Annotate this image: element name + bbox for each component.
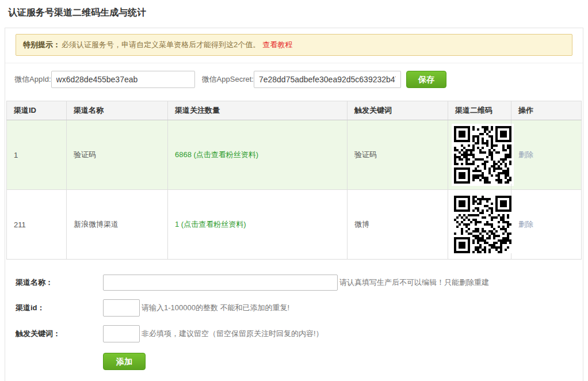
column-header: 操作 (511, 101, 582, 120)
column-header: 渠道名称 (67, 101, 168, 120)
page-title: 认证服务号渠道二维码生成与统计 (8, 7, 588, 19)
view-tutorial-link[interactable]: 查看教程 (262, 40, 292, 49)
channel-table: 渠道ID渠道名称渠道关注数量触发关键词渠道二维码操作 1验证码6868 (点击查… (6, 101, 582, 260)
notice-box: 特别提示：必须认证服务号，申请自定义菜单资格后才能得到这2个值。查看教程 (16, 34, 572, 56)
channel-id-input[interactable] (103, 299, 140, 317)
notice-section: 特别提示：必须认证服务号，申请自定义菜单资格后才能得到这2个值。查看教程 (5, 28, 583, 63)
column-header: 渠道ID (7, 101, 67, 120)
channel-qr-cell (448, 120, 511, 190)
appsecret-input[interactable] (254, 71, 401, 88)
channel-id-cell: 1 (7, 120, 67, 190)
notice-label: 特别提示： (23, 40, 60, 49)
channel-table-body: 1验证码6868 (点击查看粉丝资料)验证码删除211新浪微博渠道1 (点击查看… (7, 120, 582, 260)
credentials-form: 微信AppId: 微信AppSecret: 保存 (5, 63, 583, 96)
trigger-keyword-row: 触发关键词： 非必填项，建议留空（留空保留原关注时回复的内容!） (16, 325, 583, 342)
add-channel-form: 渠道名称： 请认真填写生产后不可以编辑！只能删除重建 渠道id： 请输入1-10… (16, 275, 583, 370)
page: 认证服务号渠道二维码生成与统计 特别提示：必须认证服务号，申请自定义菜单资格后才… (0, 7, 588, 381)
table-header-row: 渠道ID渠道名称渠道关注数量触发关键词渠道二维码操作 (7, 101, 582, 120)
trigger-keyword-label: 触发关键词： (16, 329, 103, 339)
channel-name-label: 渠道名称： (16, 277, 103, 288)
table-row: 211新浪微博渠道1 (点击查看粉丝资料)微博删除 (7, 190, 582, 260)
view-fans-link[interactable]: 6868 (点击查看粉丝资料) (175, 150, 258, 159)
channel-table-head: 渠道ID渠道名称渠道关注数量触发关键词渠道二维码操作 (7, 101, 582, 120)
channel-id-row: 渠道id： 请输入1-100000的整数 不能和已添加的重复! (16, 299, 583, 317)
trigger-keyword-cell: 微博 (348, 190, 448, 260)
trigger-keyword-hint: 非必填项，建议留空（留空保留原关注时回复的内容!） (142, 329, 323, 339)
trigger-keyword-cell: 验证码 (348, 120, 448, 190)
appsecret-label: 微信AppSecret: (202, 74, 254, 85)
add-button-row: 添加 (16, 353, 583, 370)
channel-qr-code (452, 124, 514, 186)
action-cell: 删除 (511, 190, 582, 260)
channel-id-label: 渠道id： (16, 303, 103, 313)
delete-link[interactable]: 删除 (518, 150, 533, 159)
action-cell: 删除 (511, 120, 582, 190)
trigger-keyword-input[interactable] (103, 325, 140, 342)
channel-name-hint: 请认真填写生产后不可以编辑！只能删除重建 (339, 277, 489, 288)
column-header: 渠道关注数量 (168, 101, 348, 120)
channel-count-cell: 1 (点击查看粉丝资料) (168, 190, 348, 260)
channel-id-hint: 请输入1-100000的整数 不能和已添加的重复! (142, 303, 289, 313)
view-fans-link[interactable]: 1 (点击查看粉丝资料) (175, 220, 246, 228)
save-button[interactable]: 保存 (406, 71, 446, 88)
channel-name-cell: 新浪微博渠道 (67, 190, 168, 260)
appid-label: 微信AppId: (14, 74, 51, 85)
channel-name-cell: 验证码 (67, 120, 168, 190)
channel-qr-code (452, 193, 514, 256)
channel-name-input[interactable] (103, 275, 338, 291)
channel-name-row: 渠道名称： 请认真填写生产后不可以编辑！只能删除重建 (16, 275, 583, 291)
main-panel: 特别提示：必须认证服务号，申请自定义菜单资格后才能得到这2个值。查看教程 微信A… (5, 28, 583, 381)
channel-qr-cell (448, 190, 511, 260)
appid-input[interactable] (51, 71, 195, 88)
delete-link[interactable]: 删除 (518, 220, 533, 228)
channel-count-cell: 6868 (点击查看粉丝资料) (168, 120, 348, 190)
add-button[interactable]: 添加 (103, 353, 146, 370)
channel-id-cell: 211 (7, 190, 67, 260)
column-header: 渠道二维码 (448, 101, 511, 120)
notice-text: 必须认证服务号，申请自定义菜单资格后才能得到这2个值。 (62, 40, 260, 49)
table-row: 1验证码6868 (点击查看粉丝资料)验证码删除 (7, 120, 582, 190)
column-header: 触发关键词 (348, 101, 448, 120)
